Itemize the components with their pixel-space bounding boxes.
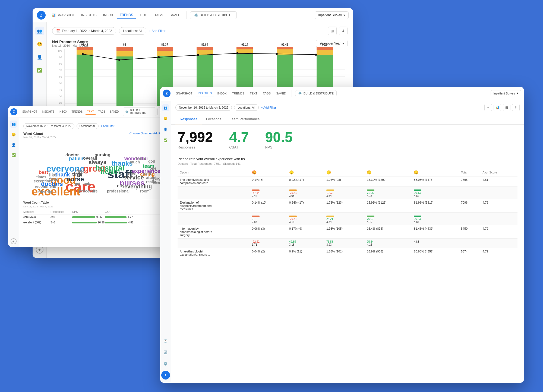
mid-main: November 16, 2016 to March 4, 2022 Locat… <box>19 120 185 247</box>
mid-nav-saved[interactable]: SAVED <box>108 109 121 114</box>
mid-nav-insights[interactable]: INSIGHTS <box>40 109 56 114</box>
word-city: city <box>117 184 125 188</box>
mid-nav: Z SNAPSHOT INSIGHTS INBOX TRENDS TEXT TA… <box>8 106 185 118</box>
add-filter-link[interactable]: + Add Filter <box>149 29 166 33</box>
front-sidebar-face[interactable]: 😊 <box>162 115 169 122</box>
word-room: room <box>140 189 150 193</box>
sidebar-add-btn[interactable]: + <box>36 246 43 254</box>
back-logo: Z <box>37 11 46 20</box>
mid-sidebar-add[interactable]: + <box>11 238 17 244</box>
word-much: much <box>130 160 140 164</box>
back-nav-text[interactable]: TEXT <box>137 12 151 19</box>
date-range-pill[interactable]: 📅 February 1, 2022 to March 4, 2022 <box>52 27 116 35</box>
tab-responses[interactable]: Responses <box>175 114 202 124</box>
front-sidebar-refresh[interactable]: 🔄 <box>161 348 170 357</box>
front-nav-inbox[interactable]: INBOX <box>215 91 229 96</box>
word-best: best <box>39 170 48 175</box>
back-nav-snapshot[interactable]: 📊 SNAPSHOT <box>49 12 77 19</box>
front-sidebar-clock[interactable]: 🕐 <box>161 337 170 345</box>
front-nav-insights[interactable]: INSIGHTS <box>196 90 214 96</box>
table-subrow: 02.88 -29.413.13 25.213.84 76.074.19 96.… <box>178 213 517 225</box>
mid-nav-snapshot[interactable]: SNAPSHOT <box>21 109 39 114</box>
front-download-icon-btn[interactable]: ⬇ <box>512 104 520 111</box>
front-list-icon-btn[interactable]: ≡ <box>484 104 492 111</box>
kpi-row: 7,992 Responses 4.7 CSAT 90.5 NPS <box>178 130 517 149</box>
front-survey-selector[interactable]: Inpatient Survey ▾ <box>491 90 522 96</box>
mid-sidebar-face[interactable]: 😊 <box>10 131 17 138</box>
section-title: Please rate your overall experience with… <box>178 157 517 161</box>
wct-row-excellent: excellent (362) 340 96.96 4.82 <box>23 220 180 225</box>
mid-locations-pill[interactable]: Locations: All <box>77 123 99 129</box>
front-sidebar-settings[interactable]: ⚙️ <box>161 359 170 368</box>
mid-date-pill[interactable]: November 16, 2016 to March 4, 2022 <box>23 123 74 129</box>
wct-row-care: care (374) 340 90.69 4.77 <box>23 214 180 220</box>
mid-add-filter[interactable]: + Add Filter <box>101 125 115 128</box>
front-date-pill[interactable]: November 16, 2016 to March 3, 2022 <box>175 104 232 111</box>
sidebar-user-icon[interactable]: 👤 <box>35 53 44 61</box>
front-build-btn[interactable]: ⚙️ BUILD & DISTRIBUTE <box>295 90 337 96</box>
word-nursing: nursing <box>94 153 111 157</box>
mid-logo: Z <box>10 108 17 115</box>
build-distribute-btn[interactable]: ⚙️ BUILD & DISTRIBUTE <box>190 11 237 19</box>
table-subrow: -57.142.44 -29.413.08 -1.023.64 71.064.1… <box>178 186 517 199</box>
word-nice: nice <box>128 172 137 176</box>
word-exceptional: exceptional <box>34 179 55 183</box>
table-row: Explanation ofdiagnosis/treatment andmed… <box>178 199 517 213</box>
nav-divider <box>187 11 187 19</box>
word-thank: thank <box>55 172 70 177</box>
back-nav-trends[interactable]: TRENDS <box>117 11 136 19</box>
tab-locations[interactable]: Locations <box>202 114 226 124</box>
insight-table-head: Option 😡 😞 😐 🙂 😊 Total Avg. Score <box>178 169 517 176</box>
wct-title: Word Count Table <box>23 201 180 204</box>
front-add-filter[interactable]: + Add Filter <box>261 106 276 109</box>
mid-nav-tags[interactable]: TAGS <box>97 109 107 114</box>
front-nav-tags[interactable]: TAGS <box>261 91 273 96</box>
word-cloud-area: care excellent staff great good everyone… <box>23 140 180 197</box>
survey-selector[interactable]: Inpatient Survey ▾ <box>315 11 349 19</box>
back-nav-insights[interactable]: INSIGHTS <box>78 12 99 19</box>
sidebar-checklist-icon[interactable]: ✅ <box>35 66 44 74</box>
kpi-csat-value: 4.7 <box>229 130 249 144</box>
mid-nav-trends[interactable]: TRENDS <box>70 109 84 114</box>
front-sidebar-check[interactable]: ✅ <box>162 137 169 144</box>
back-nav-tags[interactable]: TAGS <box>152 12 166 19</box>
mid-build-btn[interactable]: ⚙️BUILD & DISTRIBUTE <box>123 108 156 116</box>
word-recommend: recommend <box>35 185 56 188</box>
table-subrow: -22.221.71 42.853.18 73.583.93 95.544.16… <box>178 239 517 248</box>
front-chart-icon-btn[interactable]: 📊 <box>494 104 501 111</box>
front-sidebar-user-circle[interactable]: f <box>161 371 170 380</box>
grid-view-btn[interactable]: ⊞ <box>328 27 337 35</box>
front-nav-snapshot[interactable]: SNAPSHOT <box>174 91 195 96</box>
detractors-bar <box>77 47 93 50</box>
mid-nav-text[interactable]: TEXT <box>86 109 96 115</box>
front-nav-trends[interactable]: TRENDS <box>230 91 247 96</box>
back-nav-saved[interactable]: SAVED <box>167 12 183 19</box>
front-sidebar-people[interactable]: 👥 <box>162 104 169 111</box>
word-doctor: doctor <box>65 153 79 157</box>
download-btn[interactable]: ⬇ <box>339 27 348 35</box>
chevron-down-icon: ▾ <box>517 91 518 95</box>
front-nav-text[interactable]: TEXT <box>248 91 260 96</box>
word-everything: everything <box>124 184 152 189</box>
back-nav-inbox[interactable]: INBOX <box>100 12 116 19</box>
mid-sidebar-check[interactable]: ✅ <box>10 151 17 159</box>
word-health: health <box>101 168 120 175</box>
kpi-responses-label: Responses <box>178 145 213 149</box>
sidebar-people-icon[interactable]: 👥 <box>35 27 44 35</box>
mid-nav-inbox[interactable]: INBOX <box>57 109 69 114</box>
kpi-csat-label: CSAT <box>229 145 249 149</box>
tab-team-performance[interactable]: Team Performance <box>226 114 264 124</box>
word-cloud-header: Word Cloud Nov 16, 2016 - Mar 4, 2022 Ch… <box>23 132 180 139</box>
front-nav: Z SNAPSHOT INSIGHTS INBOX TRENDS TEXT TA… <box>160 87 524 100</box>
sidebar-face-icon[interactable]: 😊 <box>35 40 44 48</box>
mid-sidebar-people[interactable]: 👥 <box>10 121 17 128</box>
front-grid-icon-btn[interactable]: ⊞ <box>503 104 510 111</box>
wct-header: Mentions Responses NPS CSAT <box>23 210 180 214</box>
front-locations-pill[interactable]: Locations: All <box>234 104 259 111</box>
front-nav-saved[interactable]: SAVED <box>274 91 288 96</box>
kpi-responses-value: 7,992 <box>178 130 213 144</box>
locations-pill[interactable]: Locations: All <box>119 27 146 35</box>
mid-sidebar-user[interactable]: 👤 <box>10 141 17 148</box>
front-sidebar-user[interactable]: 👤 <box>162 126 169 133</box>
mid-sidebar: 👥 😊 👤 ✅ + <box>8 118 19 247</box>
